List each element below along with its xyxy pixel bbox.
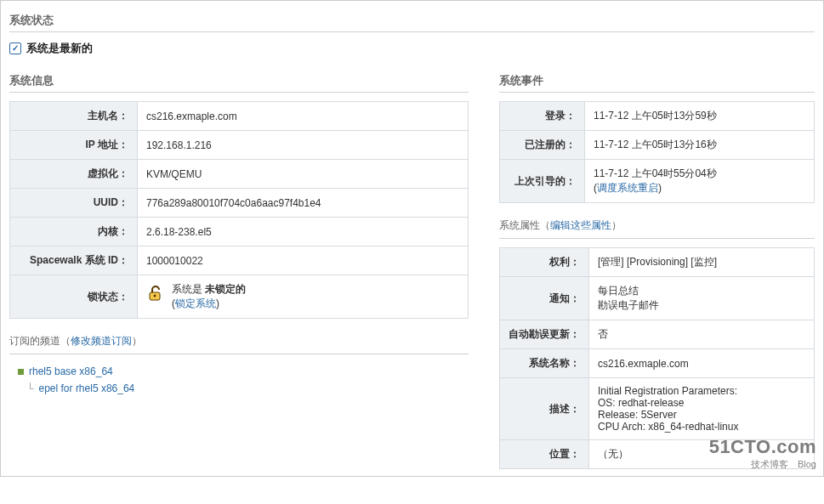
unlock-icon [146,284,165,303]
system-info-table: 主机名： cs216.exmaple.com IP 地址： 192.168.1.… [9,101,469,319]
sysid-label: Spacewalk 系统 ID： [10,246,138,275]
divider [9,92,469,93]
props-header-suffix: ） [611,219,622,231]
reg-label: 已注册的： [500,131,585,160]
boot-label: 上次引导的： [500,160,585,203]
list-item: └ epel for rhel5 x86_64 [18,380,469,397]
channels-header-prefix: 订阅的频道（ [9,335,71,347]
reg-value: 11-7-12 上午05时13分16秒 [585,131,815,160]
ip-label: IP 地址： [10,131,138,160]
watermark-brand: 51CTO.com [709,436,816,458]
lock-cell: 系统是 未锁定的 (锁定系统) [138,275,469,319]
kernel-value: 2.6.18-238.el5 [138,218,469,246]
props-header-prefix: 系统属性（ [499,219,550,231]
desc-line1: Initial Registration Parameters: [598,385,737,397]
list-item: rhel5 base x86_64 [18,363,469,380]
table-row: UUID： 776a289a80010f704c0a6aac97f4b1e4 [10,189,469,218]
table-row: 上次引导的： 11-7-12 上午04时55分04秒 (调度系统重启) [500,160,815,203]
table-row: 锁状态： 系统是 未锁定的 (锁定系统) [10,275,469,319]
watermark: 51CTO.com 技术博客 Blog [709,436,816,471]
modify-channels-link[interactable]: 修改频道订阅 [71,335,132,347]
channels-header: 订阅的频道（修改频道订阅） [9,334,469,348]
channel-child-link[interactable]: epel for rhel5 x86_64 [39,382,135,394]
divider [9,354,469,354]
sysname-label: 系统名称： [500,349,589,378]
kernel-label: 内核： [10,218,138,246]
page-title: 系统状态 [9,13,815,28]
system-status-row: ✓ 系统是最新的 [9,41,815,56]
schedule-reboot-link[interactable]: 调度系统重启 [597,182,658,194]
watermark-sub: 技术博客 Blog [709,458,816,471]
notify-value: 每日总结 勘误电子邮件 [589,277,815,320]
channel-list: rhel5 base x86_64 └ epel for rhel5 x86_6… [18,363,469,397]
props-header: 系统属性（编辑这些属性） [499,218,815,233]
lock-prefix: 系统是 [172,283,205,295]
tree-icon: └ [26,382,34,394]
hostname-value: cs216.exmaple.com [138,102,469,131]
auto-value: 否 [589,320,815,349]
login-label: 登录： [500,102,585,131]
table-row: IP 地址： 192.168.1.216 [10,131,469,160]
entitle-value: [管理] [Provisioning] [监控] [589,248,815,277]
entitle-label: 权利： [500,248,589,277]
boot-value: 11-7-12 上午04时55分04秒 [594,167,717,179]
system-info-title: 系统信息 [9,73,469,88]
check-icon: ✓ [9,42,21,54]
sysid-value: 1000010022 [138,246,469,275]
table-row: 自动勘误更新： 否 [500,320,815,349]
table-row: 登录： 11-7-12 上午05时13分59秒 [500,102,815,131]
table-row: 描述： Initial Registration Parameters: OS:… [500,378,815,440]
divider [9,31,815,32]
svg-point-1 [154,295,156,297]
uuid-value: 776a289a80010f704c0a6aac97f4b1e4 [138,189,469,218]
virt-label: 虚拟化： [10,160,138,189]
channel-base-link[interactable]: rhel5 base x86_64 [29,365,113,377]
notify-label: 通知： [500,277,589,320]
table-row: 虚拟化： KVM/QEMU [10,160,469,189]
table-row: Spacewalk 系统 ID： 1000010022 [10,246,469,275]
edit-props-link[interactable]: 编辑这些属性 [550,219,611,231]
login-value: 11-7-12 上午05时13分59秒 [585,102,815,131]
desc-line2: OS: redhat-release [598,397,684,409]
bullet-icon [18,369,24,375]
notify-line1: 每日总结 [598,285,639,297]
table-row: 已注册的： 11-7-12 上午05时13分16秒 [500,131,815,160]
notify-line2: 勘误电子邮件 [598,299,659,311]
channels-header-suffix: ） [132,335,142,347]
hostname-label: 主机名： [10,102,138,131]
table-row: 主机名： cs216.exmaple.com [10,102,469,131]
desc-value: Initial Registration Parameters: OS: red… [589,378,815,440]
system-events-table: 登录： 11-7-12 上午05时13分59秒 已注册的： 11-7-12 上午… [499,101,815,203]
ip-value: 192.168.1.216 [138,131,469,160]
divider [499,92,815,93]
table-row: 权利： [管理] [Provisioning] [监控] [500,248,815,277]
table-row: 系统名称： cs216.exmaple.com [500,349,815,378]
desc-label: 描述： [500,378,589,440]
divider [499,238,815,239]
loc-label: 位置： [500,440,589,469]
lock-label: 锁状态： [10,275,138,319]
uuid-label: UUID： [10,189,138,218]
system-events-title: 系统事件 [499,73,815,88]
table-row: 通知： 每日总结 勘误电子邮件 [500,277,815,320]
lock-system-link[interactable]: 锁定系统 [175,297,216,309]
system-status-text: 系统是最新的 [26,41,93,56]
auto-label: 自动勘误更新： [500,320,589,349]
desc-line4: CPU Arch: x86_64-redhat-linux [598,421,738,433]
sysname-value: cs216.exmaple.com [589,349,815,378]
lock-state: 未锁定的 [205,283,246,295]
virt-value: KVM/QEMU [138,160,469,189]
table-row: 内核： 2.6.18-238.el5 [10,218,469,246]
desc-line3: Release: 5Server [598,409,677,421]
boot-cell: 11-7-12 上午04时55分04秒 (调度系统重启) [585,160,815,203]
